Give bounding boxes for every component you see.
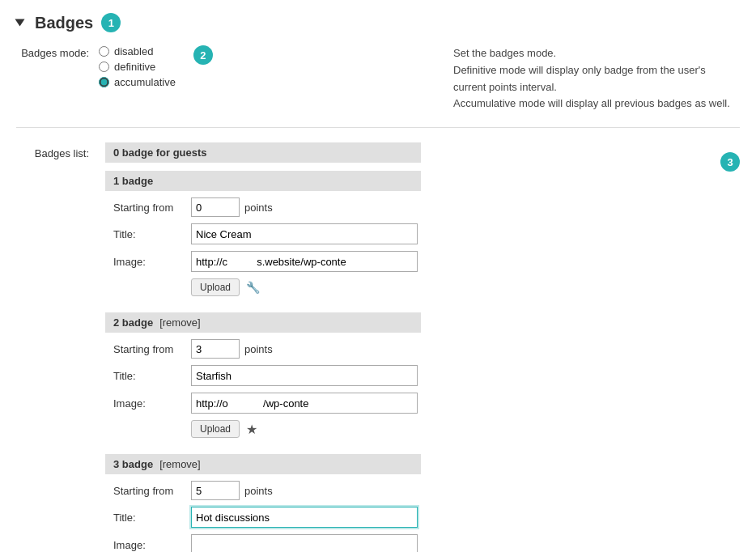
star-icon-2: ★ — [246, 422, 257, 437]
starting-from-input-1[interactable] — [191, 197, 240, 217]
title-row-1: Title: — [113, 223, 696, 244]
title-input-2[interactable] — [191, 365, 418, 386]
image-row-2: Image: — [113, 393, 696, 414]
radio-accumulative-input[interactable] — [99, 77, 109, 87]
badge-group-3: 3 badge [remove] Starting from points Ti… — [105, 454, 704, 552]
desc-line2: Definitive mode will display only badge … — [453, 64, 706, 93]
remove-link-3[interactable]: [remove] — [159, 458, 201, 470]
desc-line3: Accumulative mode will display all previ… — [453, 97, 730, 109]
step-badge-2: 2 — [193, 45, 213, 65]
badges-list-content: 0 badge for guests 1 badge Starting from… — [105, 142, 704, 552]
starting-label-2: Starting from — [113, 343, 186, 355]
upload-button-2[interactable]: Upload — [191, 420, 240, 438]
badge-header-label-2: 2 badge — [113, 316, 153, 329]
radio-accumulative[interactable]: accumulative — [99, 76, 176, 88]
badges-mode-left: Badges mode: disabled definitive accumul… — [16, 45, 437, 113]
points-label-3: points — [244, 485, 273, 497]
badge-header-label-3: 3 badge — [113, 458, 153, 470]
badge-group-2: 2 badge [remove] Starting from points Ti… — [105, 312, 704, 446]
collapse-icon[interactable] — [15, 19, 25, 27]
image-input-2[interactable] — [191, 393, 418, 414]
badge-group-0: 0 badge for guests — [105, 142, 704, 163]
radio-definitive-label: definitive — [114, 61, 155, 73]
image-label-1: Image: — [113, 256, 186, 268]
badge-fields-2: Starting from points Title: Image: Uploa… — [105, 333, 704, 446]
badges-mode-label: Badges mode: — [16, 45, 89, 59]
badges-list-section: Badges list: 0 badge for guests 1 badge … — [16, 142, 740, 552]
badges-mode-row: Badges mode: disabled definitive accumul… — [16, 45, 437, 88]
badges-mode-description: Set the badges mode. Definitive mode wil… — [453, 45, 740, 113]
image-input-3[interactable] — [191, 534, 418, 552]
badge-header-label-0: 0 badge for guests — [113, 146, 207, 159]
image-label-2: Image: — [113, 397, 186, 410]
starting-from-input-2[interactable] — [191, 339, 240, 359]
radio-disabled-label: disabled — [114, 45, 153, 57]
badges-list-label: Badges list: — [16, 142, 89, 159]
starting-from-input-3[interactable] — [191, 481, 240, 500]
starting-from-row-1: Starting from points — [113, 197, 696, 217]
upload-row-1: Upload 🔧 — [113, 278, 696, 296]
title-input-3[interactable] — [191, 507, 418, 528]
image-row-3: Image: — [113, 534, 696, 552]
title-label-3: Title: — [113, 512, 186, 524]
wrench-icon-1: 🔧 — [246, 281, 260, 294]
title-input-1[interactable] — [191, 223, 418, 244]
step-badge-3-container: 3 — [720, 142, 740, 172]
starting-label-3: Starting from — [113, 485, 186, 497]
badge-header-0: 0 badge for guests — [105, 142, 421, 163]
title-row-3: Title: — [113, 507, 696, 528]
badge-header-label-1: 1 badge — [113, 175, 153, 187]
desc-line1: Set the badges mode. — [453, 47, 556, 59]
starting-from-row-2: Starting from points — [113, 339, 696, 359]
upload-button-1[interactable]: Upload — [191, 278, 240, 296]
title-label-2: Title: — [113, 370, 186, 382]
step-badge-1: 1 — [101, 13, 121, 32]
radio-accumulative-label: accumulative — [114, 76, 176, 88]
image-row-1: Image: — [113, 251, 696, 272]
radio-disabled[interactable]: disabled — [99, 45, 176, 57]
badge-fields-3: Starting from points Title: Image: Uploa… — [105, 474, 704, 552]
badge-header-2: 2 badge [remove] — [105, 312, 421, 333]
image-label-3: Image: — [113, 539, 186, 551]
badges-section-header: Badges 1 — [16, 13, 740, 32]
points-label-2: points — [244, 343, 273, 355]
remove-link-2[interactable]: [remove] — [159, 316, 201, 329]
title-row-2: Title: — [113, 365, 696, 386]
badges-mode-section: Badges mode: disabled definitive accumul… — [16, 45, 740, 128]
radio-definitive[interactable]: definitive — [99, 61, 176, 73]
title-label-1: Title: — [113, 228, 186, 240]
section-title: Badges — [35, 14, 93, 32]
upload-row-2: Upload ★ — [113, 420, 696, 438]
badge-header-1: 1 badge — [105, 171, 421, 191]
badge-header-3: 3 badge [remove] — [105, 454, 421, 474]
badge-fields-1: Starting from points Title: Image: Uploa… — [105, 191, 704, 304]
points-label-1: points — [244, 202, 273, 214]
badge-group-1: 1 badge Starting from points Title: Imag… — [105, 171, 704, 304]
starting-label-1: Starting from — [113, 202, 186, 214]
step-badge-3: 3 — [720, 152, 740, 172]
radio-definitive-input[interactable] — [99, 62, 109, 72]
badges-mode-radio-group: disabled definitive accumulative — [99, 45, 176, 88]
radio-disabled-input[interactable] — [99, 46, 109, 57]
image-input-1[interactable] — [191, 251, 418, 272]
starting-from-row-3: Starting from points — [113, 481, 696, 500]
